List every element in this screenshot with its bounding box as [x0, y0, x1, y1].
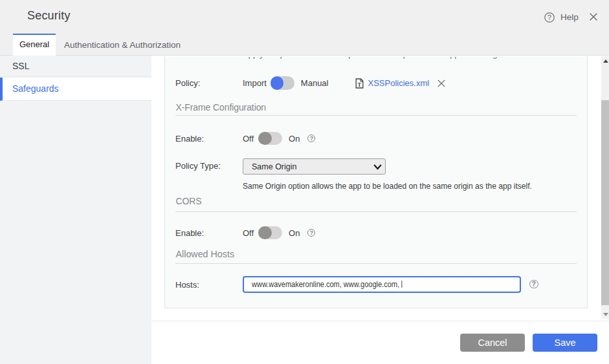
svg-text:?: ?: [548, 13, 551, 21]
svg-text:T: T: [358, 81, 362, 87]
